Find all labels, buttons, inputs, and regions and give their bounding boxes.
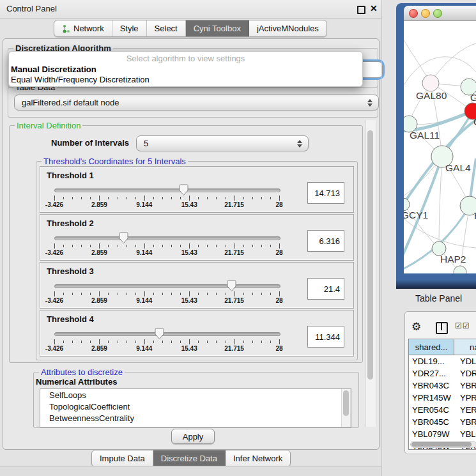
tab-impute-data[interactable]: Impute Data [92, 450, 153, 466]
tab-style[interactable]: Style [112, 20, 147, 36]
zoom-traffic-light-icon[interactable] [433, 9, 442, 18]
split-columns-icon[interactable] [436, 322, 448, 334]
bottom-tabbar: Impute Data Discretize Data Infer Networ… [91, 450, 291, 467]
close-icon[interactable]: ✕ [370, 3, 378, 13]
threshold-value-field[interactable]: 14.713 [307, 182, 344, 204]
num-intervals-combobox[interactable]: 5 [136, 135, 309, 151]
slider-track[interactable] [54, 284, 280, 288]
table-row[interactable]: YER054CYER0 [409, 404, 476, 416]
table-cell[interactable]: YPR1 [454, 393, 476, 403]
table-row[interactable]: YBL079WYBL0 [409, 428, 476, 440]
network-canvas[interactable]: GAL80 G C GAL11 GAL4 GCY1 H HAP2 [404, 21, 476, 273]
table-row[interactable]: YDL19...YDL1 [409, 355, 476, 367]
table-data-combobox[interactable]: galFiltered.sif default node [14, 95, 379, 111]
slider-ticks [54, 243, 279, 249]
table-cell[interactable]: YBR0 [454, 417, 476, 427]
node-table[interactable]: shared... na YDL19...YDL1YDR27...YDR2YBR… [408, 339, 476, 450]
num-intervals-value: 5 [144, 139, 148, 148]
tab-label: Select [155, 24, 178, 33]
table-cell[interactable]: YDR2 [454, 369, 476, 378]
network-window-titlebar[interactable] [404, 6, 476, 21]
table-cell[interactable]: YBR0 [454, 381, 476, 390]
dropdown-option-manual[interactable]: Manual Discretization [11, 65, 96, 74]
table-cell[interactable]: YBR043C [409, 381, 454, 390]
threshold-value-field[interactable]: 21.4 [307, 278, 344, 300]
tab-label: Network [73, 24, 104, 33]
slider-thumb[interactable] [179, 184, 188, 196]
table-cell[interactable]: YER0 [454, 405, 476, 415]
threshold-value-field[interactable]: 11.344 [307, 326, 344, 348]
settings-scrollbar[interactable] [365, 120, 376, 427]
slider-track[interactable] [54, 236, 280, 240]
table-cell[interactable]: YDL19... [409, 357, 454, 366]
slider-tick-labels: -3.4262.8599.14415.4321.71528 [54, 249, 279, 257]
close-traffic-light-icon[interactable] [409, 9, 418, 18]
table-cell[interactable]: YDR27... [409, 369, 454, 378]
bottom-strip [0, 466, 382, 476]
tab-jactivemnodules[interactable]: jActiveMNodules [249, 20, 326, 36]
slider-ticks [54, 339, 279, 344]
settings-scrollbar-thumb[interactable] [367, 130, 373, 380]
slider-thumb[interactable] [155, 328, 164, 340]
numerical-attributes-label: Numerical Attributes [36, 377, 117, 387]
table-row[interactable]: YBR043CYBR0 [409, 380, 476, 392]
table-hscrollbar[interactable] [410, 441, 476, 448]
table-cell[interactable]: YBR045C [409, 417, 454, 427]
table-cell[interactable]: YBL0 [454, 429, 476, 439]
network-nodes[interactable] [404, 75, 476, 273]
table-data-value: galFiltered.sif default node [22, 98, 119, 107]
node-gal80[interactable] [422, 75, 439, 91]
slider-track[interactable] [54, 332, 280, 336]
slider-track[interactable] [54, 188, 280, 192]
slider-thumb[interactable] [227, 280, 236, 292]
slider-tick-labels: -3.4262.8599.14415.4321.71528 [54, 297, 279, 305]
slider-thumb[interactable] [119, 232, 128, 244]
threshold-slider[interactable]: -3.4262.8599.14415.4321.71528 [54, 183, 279, 209]
gear-icon[interactable]: ⚙ [411, 320, 421, 334]
tab-discretize-data[interactable]: Discretize Data [153, 450, 226, 466]
table-cell[interactable]: YER054C [409, 405, 454, 415]
column-header-name[interactable]: na [454, 339, 476, 355]
threshold-label: Threshold 3 [47, 266, 94, 276]
threshold-value-field[interactable]: 6.316 [307, 230, 344, 252]
group-title: Interval Definition [15, 121, 82, 130]
list-item[interactable]: BetweennessCentrality [40, 412, 351, 424]
attributes-list[interactable]: SelfLoops TopologicalCoefficient Between… [40, 388, 351, 427]
tab-select[interactable]: Select [147, 20, 186, 36]
table-hscrollbar-thumb[interactable] [411, 442, 472, 447]
column-header-shared-name[interactable]: shared... [409, 339, 454, 355]
list-item[interactable]: SelfLoops [40, 389, 351, 401]
table-cell[interactable]: YBL079W [409, 429, 454, 439]
node-label: G [470, 92, 476, 103]
threshold-slider[interactable]: -3.4262.8599.14415.4321.71528 [54, 327, 279, 353]
float-window-icon[interactable] [357, 6, 365, 14]
network-icon [62, 24, 70, 33]
table-cell[interactable]: YDL1 [454, 357, 476, 366]
threshold-label: Threshold 1 [47, 171, 94, 180]
num-intervals-label: Number of Intervals [51, 138, 129, 148]
stepper-icon [297, 140, 302, 148]
apply-button[interactable]: Apply [171, 429, 215, 444]
threshold-slider[interactable]: -3.4262.8599.14415.4321.71528 [54, 279, 279, 305]
tab-infer-network[interactable]: Infer Network [226, 450, 290, 466]
threshold-panel-2: Threshold 2 -3.4262.8599.14415.4321.7152… [40, 214, 354, 261]
dropdown-option-equal-width[interactable]: Equal Width/Frequency Discretization [11, 75, 150, 84]
table-row[interactable]: YBR045CYBR0 [409, 416, 476, 428]
attributes-scrollbar-thumb[interactable] [343, 390, 349, 416]
attributes-scrollbar[interactable] [341, 389, 351, 427]
table-cell[interactable]: YPR145W [409, 393, 454, 403]
tab-label: Impute Data [100, 454, 145, 463]
select-columns-icon[interactable]: ☑☑ [455, 321, 470, 330]
table-row[interactable]: YDR27...YDR2 [409, 367, 476, 380]
threshold-slider[interactable]: -3.4262.8599.14415.4321.71528 [54, 231, 279, 257]
table-row[interactable]: YPR145WYPR1 [409, 392, 476, 404]
threshold-label: Threshold 4 [47, 314, 94, 324]
tab-label: Cyni Toolbox [194, 24, 241, 33]
node-gcy1[interactable] [404, 198, 410, 211]
application-root: Control Panel ✕ Network Style Select Cyn… [0, 0, 476, 476]
minimize-traffic-light-icon[interactable] [421, 9, 430, 18]
tab-cyni-toolbox[interactable]: Cyni Toolbox [186, 20, 249, 36]
list-item[interactable]: TopologicalCoefficient [40, 401, 351, 412]
tab-network[interactable]: Network [54, 20, 112, 36]
threshold-panel-1: Threshold 1 -3.4262.8599.14415.4321.7152… [40, 166, 354, 213]
